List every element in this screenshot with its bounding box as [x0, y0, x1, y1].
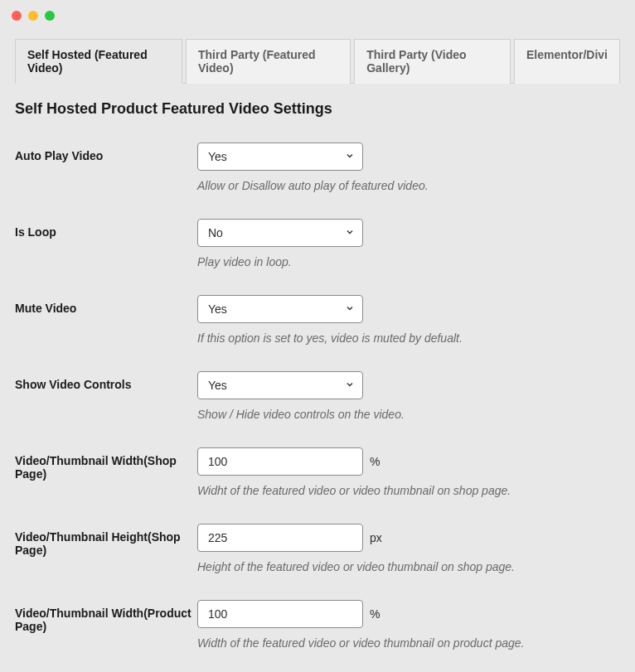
helper-mute: If this option is set to yes, video is m…: [197, 331, 620, 345]
helper-loop: Play video in loop.: [197, 255, 620, 268]
settings-content: Self Hosted (Featured Video) Third Party…: [0, 31, 635, 672]
control-mute: Yes If this option is set to yes, video …: [197, 295, 620, 345]
select-mute[interactable]: Yes: [197, 295, 363, 323]
control-loop: No Play video in loop.: [197, 219, 620, 268]
label-height-shop: Video/Thumbnail Height(Shop Page): [15, 524, 197, 557]
minimize-icon[interactable]: [28, 11, 38, 21]
input-height-shop[interactable]: [197, 524, 363, 552]
select-loop[interactable]: No: [197, 219, 363, 247]
input-width-product[interactable]: [197, 600, 363, 628]
row-loop: Is Loop No Play video in loop.: [15, 219, 620, 268]
tab-third-party-featured[interactable]: Third Party (Featured Video): [186, 39, 351, 84]
label-width-shop: Video/Thumbnail Width(Shop Page): [15, 447, 197, 481]
maximize-icon[interactable]: [45, 11, 55, 21]
select-mute-value: Yes: [197, 295, 363, 323]
tab-third-party-gallery[interactable]: Third Party (Video Gallery): [354, 39, 511, 84]
control-height-shop: px Height of the featured video or video…: [197, 524, 620, 573]
settings-window: Self Hosted (Featured Video) Third Party…: [0, 0, 635, 672]
close-icon[interactable]: [12, 11, 22, 21]
select-controls-value: Yes: [197, 371, 363, 399]
helper-autoplay: Allow or Disallow auto play of featured …: [197, 179, 620, 192]
select-autoplay[interactable]: Yes: [197, 143, 363, 171]
helper-height-shop: Height of the featured video or video th…: [197, 560, 620, 573]
tabs-bar: Self Hosted (Featured Video) Third Party…: [15, 38, 620, 84]
row-controls: Show Video Controls Yes Show / Hide vide…: [15, 371, 620, 421]
label-width-product: Video/Thumbnail Width(Product Page): [15, 600, 197, 633]
input-width-shop[interactable]: [197, 447, 363, 476]
select-controls[interactable]: Yes: [197, 371, 363, 399]
tab-self-hosted-featured[interactable]: Self Hosted (Featured Video): [15, 39, 182, 84]
window-titlebar: [0, 0, 635, 31]
row-width-shop: Video/Thumbnail Width(Shop Page) % Widht…: [15, 447, 620, 497]
row-mute: Mute Video Yes If this option is set to …: [15, 295, 620, 345]
label-loop: Is Loop: [15, 219, 197, 239]
label-mute: Mute Video: [15, 295, 197, 315]
control-autoplay: Yes Allow or Disallow auto play of featu…: [197, 143, 620, 192]
control-width-product: % Width of the featured video or video t…: [197, 600, 620, 650]
tab-elementor-divi[interactable]: Elementor/Divi: [514, 39, 620, 84]
unit-height-shop: px: [370, 531, 382, 544]
helper-width-product: Width of the featured video or video thu…: [197, 636, 620, 650]
label-controls: Show Video Controls: [15, 371, 197, 391]
helper-controls: Show / Hide video controls on the video.: [197, 408, 620, 421]
section-title: Self Hosted Product Featured Video Setti…: [15, 100, 620, 118]
select-autoplay-value: Yes: [197, 143, 363, 171]
row-autoplay: Auto Play Video Yes Allow or Disallow au…: [15, 143, 620, 192]
label-autoplay: Auto Play Video: [15, 143, 197, 162]
select-loop-value: No: [197, 219, 363, 247]
row-width-product: Video/Thumbnail Width(Product Page) % Wi…: [15, 600, 620, 650]
control-width-shop: % Widht of the featured video or video t…: [197, 447, 620, 497]
unit-width-product: %: [370, 607, 380, 621]
row-height-shop: Video/Thumbnail Height(Shop Page) px Hei…: [15, 524, 620, 573]
unit-width-shop: %: [370, 455, 380, 468]
control-controls: Yes Show / Hide video controls on the vi…: [197, 371, 620, 421]
helper-width-shop: Widht of the featured video or video thu…: [197, 484, 620, 497]
